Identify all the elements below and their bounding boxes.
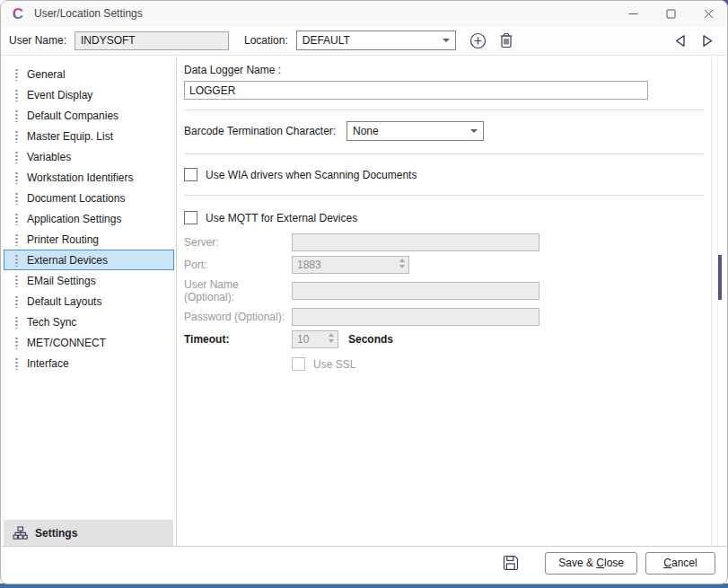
location-select[interactable]: DEFAULT xyxy=(296,31,456,50)
drag-grip-icon xyxy=(15,254,18,267)
drag-grip-icon xyxy=(15,213,18,225)
cancel-button[interactable]: Cancel xyxy=(645,552,715,575)
mqtt-username-input xyxy=(292,282,539,300)
arrow-left-icon xyxy=(674,34,686,48)
sidebar-item-label: Printer Routing xyxy=(27,233,99,246)
drag-grip-icon xyxy=(15,171,18,184)
spin-up-icon xyxy=(329,333,334,337)
sidebar-item-label: Master Equip. List xyxy=(27,130,113,143)
sidebar-item-tech-sync[interactable]: Tech Sync xyxy=(4,312,174,332)
sidebar-item-application-settings[interactable]: Application Settings xyxy=(4,208,174,229)
add-location-button[interactable] xyxy=(467,30,489,52)
sidebar-item-met-connect[interactable]: MET/CONNECT xyxy=(4,332,174,353)
settings-sidebar: General Event Display Default Companies … xyxy=(3,57,177,547)
sidebar-item-variables[interactable]: Variables xyxy=(4,146,174,167)
next-record-button[interactable] xyxy=(699,31,716,50)
drag-grip-icon xyxy=(15,357,18,370)
mqtt-username-row: User Name (Optional): xyxy=(184,278,704,303)
sidebar-item-label: External Devices xyxy=(27,254,108,267)
window-controls xyxy=(614,1,727,26)
drag-grip-icon xyxy=(15,110,18,122)
sidebar-item-workstation-identifiers[interactable]: Workstation Identifiers xyxy=(4,167,174,188)
sidebar-item-label: EMail Settings xyxy=(27,275,96,287)
user-location-settings-window: C User/Location Settings User Name: Loca… xyxy=(0,0,728,584)
sidebar-item-document-locations[interactable]: Document Locations xyxy=(4,188,174,208)
add-circle-icon xyxy=(469,32,487,49)
maximize-icon xyxy=(666,9,676,19)
sidebar-item-event-display[interactable]: Event Display xyxy=(4,84,174,105)
timeout-label: Timeout: xyxy=(184,333,292,346)
org-chart-icon xyxy=(13,526,28,540)
sidebar-footer-label: Settings xyxy=(35,527,77,540)
sidebar-item-default-layouts[interactable]: Default Layouts xyxy=(4,291,174,312)
sidebar-item-interface[interactable]: Interface xyxy=(4,353,174,373)
sidebar-item-label: Default Companies xyxy=(27,110,118,122)
minimize-icon xyxy=(628,9,638,19)
sidebar-item-email-settings[interactable]: EMail Settings xyxy=(4,270,174,291)
server-row: Server: xyxy=(184,233,704,251)
drag-grip-icon xyxy=(15,89,18,101)
app-logo-icon: C xyxy=(10,5,26,22)
mqtt-enable-label: Use MQTT for External Devices xyxy=(206,212,357,224)
sidebar-item-master-equip-list[interactable]: Master Equip. List xyxy=(4,126,174,146)
mqtt-password-row: Password (Optional): xyxy=(184,308,704,326)
sidebar-item-external-devices[interactable]: External Devices xyxy=(4,250,174,270)
barcode-termination-value: None xyxy=(353,125,379,137)
barcode-termination-label: Barcode Termination Character: xyxy=(184,125,346,137)
mqtt-password-label: Password (Optional): xyxy=(184,311,292,323)
wia-drivers-row: Use WIA drivers when Scanning Documents xyxy=(184,168,704,181)
sidebar-item-printer-routing[interactable]: Printer Routing xyxy=(4,229,174,250)
wia-drivers-label: Use WIA drivers when Scanning Documents xyxy=(206,169,417,181)
timeout-spinner xyxy=(329,333,334,343)
spin-up-icon xyxy=(399,259,405,262)
external-devices-panel: Data Logger Name : Barcode Termination C… xyxy=(178,57,712,547)
delete-location-button[interactable] xyxy=(496,30,516,51)
ssl-label: Use SSL xyxy=(313,358,355,371)
floppy-save-icon xyxy=(503,555,519,571)
title-bar: C User/Location Settings xyxy=(1,1,727,26)
sidebar-item-general[interactable]: General xyxy=(4,64,174,84)
user-name-field[interactable] xyxy=(75,31,229,50)
save-button[interactable] xyxy=(503,555,519,571)
previous-record-button[interactable] xyxy=(671,31,689,50)
scrollbar-track[interactable] xyxy=(717,57,723,547)
maximize-button[interactable] xyxy=(652,1,689,26)
minimize-button[interactable] xyxy=(614,1,652,26)
drag-grip-icon xyxy=(15,337,18,349)
sidebar-item-label: Variables xyxy=(27,151,71,163)
sidebar-footer-settings[interactable]: Settings xyxy=(4,520,173,547)
sidebar-item-label: Application Settings xyxy=(27,213,121,225)
drag-grip-icon xyxy=(15,316,18,329)
drag-grip-icon xyxy=(15,275,18,287)
mqtt-enable-checkbox[interactable] xyxy=(184,211,197,224)
timeout-row: Timeout: Seconds xyxy=(184,330,704,348)
sidebar-item-default-companies[interactable]: Default Companies xyxy=(4,105,174,126)
mqtt-username-label: User Name (Optional): xyxy=(184,278,292,303)
sidebar-list: General Event Display Default Companies … xyxy=(3,57,176,520)
port-label: Port: xyxy=(184,259,292,271)
user-name-label: User Name: xyxy=(9,34,66,47)
trash-icon xyxy=(499,32,513,48)
drag-grip-icon xyxy=(15,295,18,308)
barcode-termination-row: Barcode Termination Character: None xyxy=(184,121,704,141)
drag-grip-icon xyxy=(15,233,18,246)
close-button[interactable] xyxy=(689,1,727,26)
wia-drivers-checkbox[interactable] xyxy=(184,168,197,181)
drag-grip-icon xyxy=(15,151,18,163)
data-logger-name-input[interactable] xyxy=(184,81,648,100)
bottom-action-bar: Save & Close Cancel xyxy=(2,546,726,579)
port-input xyxy=(292,256,409,274)
drag-grip-icon xyxy=(15,192,18,205)
ssl-checkbox xyxy=(292,357,305,371)
scrollbar-thumb[interactable] xyxy=(718,255,722,300)
ssl-row: Use SSL xyxy=(184,357,704,371)
mqtt-section: Use MQTT for External Devices Server: Po… xyxy=(184,211,704,371)
timeout-units-label: Seconds xyxy=(348,333,393,346)
location-value: DEFAULT xyxy=(303,34,350,47)
port-spinner xyxy=(399,259,405,268)
save-and-close-button[interactable]: Save & Close xyxy=(545,552,637,575)
chevron-down-icon xyxy=(470,129,478,133)
section-divider xyxy=(184,110,704,110)
sidebar-item-label: Default Layouts xyxy=(27,295,101,308)
barcode-termination-select[interactable]: None xyxy=(346,121,484,141)
